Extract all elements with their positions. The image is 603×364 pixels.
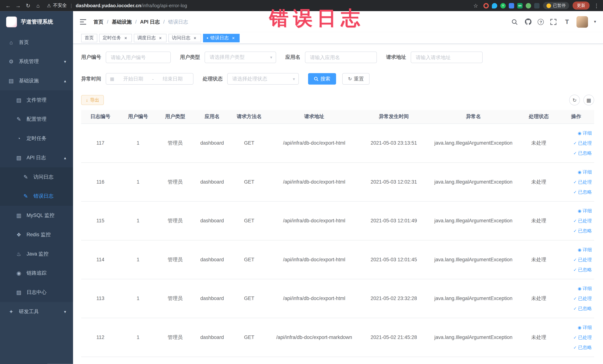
ignore-link[interactable]: ✓已忽略 xyxy=(558,342,592,352)
extension-icon[interactable] xyxy=(509,3,514,8)
forward-icon[interactable]: → xyxy=(14,2,23,9)
extension-icon[interactable] xyxy=(483,3,489,8)
process-link[interactable]: ✓已处理 xyxy=(558,138,592,148)
sidebar-item-redis-monitor[interactable]: ❖Redis 监控 xyxy=(0,225,73,244)
ignore-link[interactable]: ✓已忽略 xyxy=(558,226,592,236)
breadcrumb-item[interactable]: 首页 xyxy=(93,18,104,25)
detail-link[interactable]: ◉详细 xyxy=(558,322,592,332)
font-size-icon[interactable]: T xyxy=(563,18,571,25)
tab-error-log[interactable]: ●错误日志× xyxy=(203,34,240,42)
tab-cron-job[interactable]: 定时任务× xyxy=(99,34,132,42)
detail-link[interactable]: ◉详细 xyxy=(558,244,592,254)
filter-row-2: 异常时间 ▦ 开始日期 - 结束日期 处理状态 请选择处理状态 ▾ xyxy=(81,73,594,84)
close-icon[interactable]: × xyxy=(231,35,236,41)
action-label: 已处理 xyxy=(578,254,592,264)
github-icon[interactable] xyxy=(524,18,532,25)
process-link[interactable]: ✓已处理 xyxy=(558,254,592,264)
browser-update-button[interactable]: 更新 xyxy=(573,1,590,10)
tab-access-log[interactable]: 访问日志× xyxy=(169,34,201,42)
user-id-input[interactable] xyxy=(106,52,171,63)
exception-time-label: 异常时间 xyxy=(81,75,106,82)
app-frame: 芋道管理系统 ⌂首页⚙系统管理▾▤基础设施▴▤文件管理✎配置管理◔定时任务▧AP… xyxy=(0,11,603,364)
detail-link[interactable]: ◉详细 xyxy=(558,128,592,138)
sidebar-item-home[interactable]: ⌂首页 xyxy=(0,33,73,52)
process-link[interactable]: ✓已处理 xyxy=(558,216,592,226)
extension-icon[interactable] xyxy=(526,3,531,8)
column-header: 用户编号 xyxy=(120,110,156,124)
sidebar-item-system-manage[interactable]: ⚙系统管理▾ xyxy=(0,52,73,71)
detail-link[interactable]: ◉详细 xyxy=(558,206,592,216)
close-icon[interactable]: × xyxy=(192,35,197,41)
detail-link[interactable]: ◉详细 xyxy=(558,167,592,177)
sidebar-item-cron-job[interactable]: ◔定时任务 xyxy=(0,129,73,148)
avatar-caret-down-icon[interactable]: ▾ xyxy=(594,19,596,24)
chevron-down-icon: ▾ xyxy=(270,55,272,60)
extension-icon[interactable] xyxy=(534,3,540,8)
action-label: 已忽略 xyxy=(578,148,592,158)
sidebar-item-mysql-monitor[interactable]: ▥MySQL 监控 xyxy=(0,206,73,225)
app-logo[interactable]: 芋道管理系统 xyxy=(0,11,73,33)
extension-icon[interactable] xyxy=(492,3,497,8)
tab-job-log[interactable]: 调度日志× xyxy=(134,34,166,42)
help-icon[interactable]: ? xyxy=(538,19,544,25)
kebab-menu-icon[interactable]: ⋮ xyxy=(594,2,599,9)
app-name-input[interactable] xyxy=(305,52,377,63)
process-link[interactable]: ✓已处理 xyxy=(558,293,592,303)
bookmark-star-icon[interactable]: ☆ xyxy=(471,2,480,9)
ignore-link[interactable]: ✓已忽略 xyxy=(558,303,592,313)
ignore-link[interactable]: ✓已忽略 xyxy=(558,148,592,158)
tools-icon: ✦ xyxy=(8,309,14,315)
cell-url: /api/infra/db-doc/export-html xyxy=(268,124,360,163)
breadcrumb-item[interactable]: 基础设施 xyxy=(112,18,132,25)
fullscreen-icon[interactable] xyxy=(550,18,557,25)
annotation-error-log: 错误日志 xyxy=(269,5,365,31)
tab-home[interactable]: 首页 xyxy=(81,34,97,42)
search-button-label: 搜索 xyxy=(320,75,330,82)
ignore-link[interactable]: ✓已忽略 xyxy=(558,187,592,197)
sidebar-item-access-log[interactable]: ✎访问日志 xyxy=(0,167,73,187)
reset-button[interactable]: ↻ 重置 xyxy=(342,73,370,84)
date-range-picker[interactable]: ▦ 开始日期 - 结束日期 xyxy=(106,73,194,84)
back-icon[interactable]: ← xyxy=(4,2,12,9)
close-icon[interactable]: × xyxy=(123,35,128,41)
check-icon: ✓ xyxy=(573,332,577,342)
hamburger-icon[interactable] xyxy=(79,17,87,26)
sidebar-item-file-manage[interactable]: ▤文件管理 xyxy=(0,91,73,110)
sidebar-item-api-log[interactable]: ▧API 日志▴ xyxy=(0,148,73,167)
export-button[interactable]: ↓ 导出 xyxy=(81,95,104,105)
browser-home-icon[interactable]: ⌂ xyxy=(34,2,42,9)
database-icon: ▥ xyxy=(15,212,22,218)
process-status-select[interactable]: 请选择处理状态 ▾ xyxy=(227,73,299,84)
process-status-label: 处理状态 xyxy=(203,75,227,82)
cell-method: GET xyxy=(231,162,268,201)
close-icon[interactable]: × xyxy=(158,35,163,41)
paused-badge[interactable]: 已暂停 xyxy=(543,2,569,9)
reload-icon[interactable]: ↻ xyxy=(24,2,33,9)
refresh-table-button[interactable]: ↻ xyxy=(569,94,580,105)
address-bar[interactable]: dashboard.yudao.iocoder.cn/infra/log/api… xyxy=(76,3,187,8)
sidebar-item-trace[interactable]: ◉链路追踪 xyxy=(0,263,73,283)
sidebar-item-config-manage[interactable]: ✎配置管理 xyxy=(0,110,73,129)
detail-link[interactable]: ◉详细 xyxy=(558,283,592,293)
process-link[interactable]: ✓已处理 xyxy=(558,332,592,342)
extension-icon[interactable]: on xyxy=(517,3,522,8)
search-button[interactable]: 搜索 xyxy=(308,73,336,84)
process-link[interactable]: ✓已处理 xyxy=(558,177,592,187)
sidebar-item-error-log[interactable]: ✎错误日志 xyxy=(0,187,73,206)
table-toolbar: ↓ 导出 ↻ ▦ xyxy=(81,94,594,105)
breadcrumb-item[interactable]: API 日志 xyxy=(140,18,160,25)
sidebar-item-dev-tools[interactable]: ✦研发工具▾ xyxy=(0,302,73,321)
column-settings-button[interactable]: ▦ xyxy=(583,94,594,105)
sidebar-item-log-center[interactable]: ▨日志中心 xyxy=(0,283,73,302)
ignore-link[interactable]: ✓已忽略 xyxy=(558,264,592,274)
extension-icon[interactable]: Y xyxy=(500,3,506,8)
sidebar-item-java-monitor[interactable]: ♨Java 监控 xyxy=(0,244,73,263)
eye-icon: ◉ xyxy=(578,128,581,138)
user-avatar[interactable] xyxy=(577,16,588,27)
sidebar-item-infra[interactable]: ▤基础设施▴ xyxy=(0,71,73,91)
security-chip[interactable]: ⚠ 不安全 xyxy=(47,2,67,9)
user-type-select[interactable]: 请选择用户类型 ▾ xyxy=(205,52,276,63)
request-url-label: 请求地址 xyxy=(386,54,411,61)
search-icon[interactable] xyxy=(511,18,519,25)
request-url-input[interactable] xyxy=(411,52,483,63)
